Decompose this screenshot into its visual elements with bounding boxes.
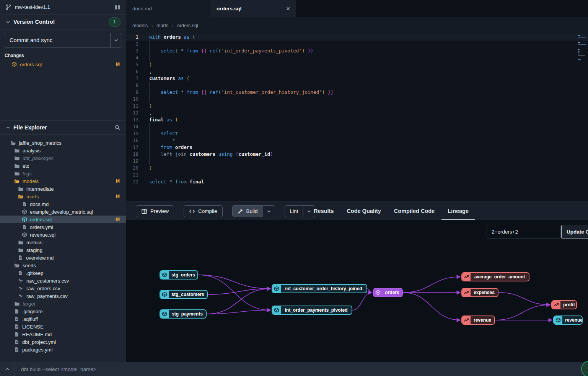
tree-item-raw-payments-csv[interactable]: raw_payments.csv <box>0 292 126 300</box>
changed-file-row[interactable]: orders.sql M <box>0 60 126 69</box>
tree-item-marts[interactable]: martsM <box>0 193 126 200</box>
run-command-button[interactable] <box>581 361 588 376</box>
line-number: 5 <box>126 61 143 68</box>
tree-item-overview-md[interactable]: overview.md <box>0 254 126 262</box>
tree-item-license[interactable]: LICENSE <box>0 323 126 330</box>
update-graph-button[interactable]: Update Graph <box>561 225 588 239</box>
line-number: 12 <box>126 110 143 116</box>
code-text: select * from {{ ref('int_customer_order… <box>149 89 334 96</box>
lineage-node-stg_customers[interactable]: stg_customers <box>160 290 208 299</box>
tree-item-label: orders.sql <box>30 217 52 222</box>
lineage-node-profit[interactable]: profit <box>551 300 577 309</box>
chevron-down-icon <box>5 19 11 25</box>
search-icon[interactable] <box>114 124 121 131</box>
code-text: , <box>149 110 152 116</box>
tab-label: docs.md <box>132 6 152 11</box>
tree-item-readme-md[interactable]: README.md <box>0 330 126 338</box>
indent-guide <box>149 151 150 158</box>
lineage-node-revenue_model[interactable]: revenue <box>553 316 583 325</box>
tree-item--gitignore[interactable]: .gitignore <box>0 307 126 315</box>
node-label: stg_payments <box>169 310 206 318</box>
cube-icon <box>160 310 169 318</box>
tree-item-models[interactable]: modelsM <box>0 177 126 185</box>
tree-item-target[interactable]: target <box>0 300 126 307</box>
button-label: Lint <box>290 208 298 214</box>
tree-item-raw-orders-csv[interactable]: raw_orders.csv <box>0 284 126 292</box>
tree-item-jaffle-shop-metrics[interactable]: jaffle_shop_metrics <box>0 139 126 147</box>
tree-item-dbt-packages[interactable]: dbt_packages <box>0 154 126 162</box>
command-input[interactable] <box>15 366 588 372</box>
code-text: final as ( <box>149 116 178 123</box>
line-number: 17 <box>126 144 143 151</box>
tab-results[interactable]: Results <box>314 208 334 214</box>
branch-selector[interactable]: mw-test-idev1.1 <box>0 0 126 15</box>
code-line-12: 12, <box>126 110 588 116</box>
preview-button[interactable]: Preview <box>136 205 174 217</box>
folderopen-icon <box>14 263 20 268</box>
code-line-10: 10 <box>126 96 588 103</box>
tree-item-seeds[interactable]: seeds <box>0 262 126 269</box>
lineage-node-expenses[interactable]: expenses <box>461 288 498 297</box>
build-button[interactable]: Build <box>232 205 275 217</box>
lineage-node-revenue_metric[interactable]: revenue <box>461 316 495 325</box>
indent-guide <box>149 47 150 54</box>
tree-item--sqlfluff[interactable]: .sqlfluff <box>0 315 126 323</box>
code-text: from orders <box>149 144 192 151</box>
lineage-node-int_customer_order_history_joined[interactable]: int_customer_order_history_joined <box>272 284 367 293</box>
tab-lineage[interactable]: Lineage <box>448 208 469 214</box>
minimap[interactable] <box>578 35 587 60</box>
tree-item-logs[interactable]: logs <box>0 170 126 177</box>
compile-button[interactable]: Compile <box>184 205 223 217</box>
tree-item-intermediate[interactable]: intermediate <box>0 185 126 193</box>
lineage-node-int_order_payments_pivoted[interactable]: int_order_payments_pivoted <box>272 306 352 315</box>
line-number: 9 <box>126 89 143 96</box>
seed-icon <box>18 286 24 291</box>
tree-item-orders-yml[interactable]: orders.yml <box>0 223 126 231</box>
lineage-selector-input[interactable] <box>487 225 560 239</box>
close-icon[interactable]: × <box>286 5 290 13</box>
code-editor[interactable]: 1with orders as (23 select * from {{ ref… <box>126 34 588 201</box>
tree-item-staging[interactable]: staging <box>0 246 126 254</box>
node-label: revenue <box>471 316 494 324</box>
docs-book-icon[interactable] <box>114 4 121 10</box>
tab-code-quality[interactable]: Code Quality <box>347 208 381 214</box>
tree-item-example-develop-metric-sql[interactable]: example_develop_metric.sql <box>0 208 126 216</box>
lineage-node-average_order_amount[interactable]: average_order_amount <box>461 272 529 281</box>
lineage-node-stg_orders[interactable]: stg_orders <box>160 270 198 280</box>
file-icon <box>14 332 20 337</box>
line-number: 10 <box>126 96 143 103</box>
tree-item-metrics[interactable]: metrics <box>0 239 126 246</box>
file-explorer-header[interactable]: File Explorer <box>0 120 126 135</box>
tree-item-label: etc <box>23 163 29 169</box>
tab-docs-md[interactable]: docs.md <box>126 0 210 17</box>
tree-item-etc[interactable]: etc <box>0 162 126 170</box>
version-control-header[interactable]: Version Control 1 <box>0 15 126 29</box>
tab-orders-sql[interactable]: orders.sql× <box>210 0 296 17</box>
lint-button[interactable]: Lint <box>285 205 316 217</box>
commit-and-sync-button[interactable]: Commit and sync <box>4 33 122 47</box>
tree-item--gitkeep[interactable]: .gitkeep <box>0 269 126 277</box>
expand-command-bar-button[interactable] <box>0 366 15 372</box>
tree-item-orders-sql[interactable]: orders.sqlM <box>0 216 126 223</box>
tree-item-raw-customers-csv[interactable]: raw_customers.csv <box>0 277 126 284</box>
lineage-node-orders[interactable]: orders <box>373 288 403 297</box>
lineage-node-stg_payments[interactable]: stg_payments <box>160 309 207 319</box>
seed-icon <box>18 278 24 284</box>
tab-compiled-code[interactable]: Compiled Code <box>394 208 435 214</box>
tree-item-dbt-project-yml[interactable]: dbt_project.yml <box>0 338 126 346</box>
tree-item-revenue-sql[interactable]: revenue.sql <box>0 231 126 239</box>
build-options-chevron[interactable] <box>263 206 275 217</box>
tree-item-analysis[interactable]: analysis <box>0 147 126 154</box>
commit-options-chevron[interactable] <box>110 33 122 47</box>
tree-item-label: logs <box>23 171 32 177</box>
zigzag-icon <box>462 273 471 281</box>
tree-item-label: marts <box>26 194 39 199</box>
chevron-up-icon <box>5 366 10 372</box>
tree-item-docs-md[interactable]: docs.md <box>0 200 126 208</box>
tree-item-label: orders.yml <box>30 224 53 230</box>
lint-options-chevron[interactable] <box>303 206 315 217</box>
chevron-down-icon <box>114 38 119 43</box>
tree-item-packages-yml[interactable]: packages.yml <box>0 346 126 353</box>
code-text: select * from final <box>149 178 204 185</box>
code-line-7: 7customers as ( <box>126 75 588 82</box>
